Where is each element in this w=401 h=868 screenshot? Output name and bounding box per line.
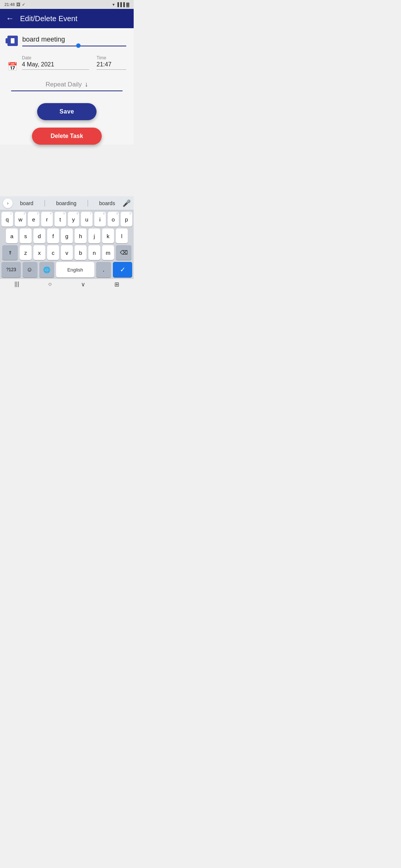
period-key[interactable]: .	[96, 262, 111, 277]
divider-2	[88, 200, 88, 207]
key-l[interactable]: l	[116, 228, 128, 243]
suggestions-words: board boarding boards	[13, 200, 123, 207]
check-key[interactable]: ✓	[113, 262, 132, 277]
key-row-3: ⇑ z x c v b n m ⌫	[1, 245, 132, 260]
mic-button[interactable]: 🎤	[123, 199, 131, 207]
globe-key[interactable]: 🌐	[39, 262, 54, 277]
suggestion-2[interactable]: boarding	[52, 200, 80, 206]
key-s[interactable]: s	[20, 228, 32, 243]
key-j[interactable]: j	[88, 228, 100, 243]
key-u[interactable]: u7	[81, 212, 92, 227]
date-field[interactable]: Date 4 May, 2021	[22, 55, 89, 70]
repeat-dropdown[interactable]: Repeat Daily ↓	[11, 80, 123, 91]
save-button[interactable]: Save	[37, 103, 96, 120]
battery-icon: ▓	[126, 2, 129, 7]
key-t[interactable]: t5	[55, 212, 66, 227]
key-x[interactable]: x	[33, 245, 45, 260]
time-field[interactable]: Time 21:47	[97, 55, 126, 70]
key-k[interactable]: k	[102, 228, 114, 243]
calendar-icon: 📅	[7, 62, 17, 72]
suggestions-expand-button[interactable]: ›	[3, 198, 13, 208]
back-button[interactable]: ←	[6, 14, 14, 23]
key-f[interactable]: f	[47, 228, 59, 243]
key-row-4: ?123 ☺, 🌐 English . ✓	[1, 262, 132, 277]
key-p[interactable]: p0	[121, 212, 132, 227]
key-b[interactable]: b	[75, 245, 87, 260]
backspace-key[interactable]: ⌫	[116, 245, 131, 260]
key-row-1: q1 w2 e3 r4 t5 y6 u7 i8 o9 p0	[1, 212, 132, 227]
time-value: 21:47	[97, 61, 126, 68]
key-d[interactable]: d	[33, 228, 45, 243]
event-name-field[interactable]	[22, 36, 126, 46]
num-sym-key[interactable]: ?123	[1, 262, 21, 277]
event-name-input[interactable]	[22, 36, 126, 43]
signal-icon: ▐▐▐	[116, 2, 125, 7]
button-area: Save Delete Task	[7, 103, 126, 145]
datetime-row: 📅 Date 4 May, 2021 Time 21:47	[7, 55, 126, 72]
nav-bar: ||| ○ ∨ ⊞	[0, 279, 134, 289]
wifi-icon: ▾	[113, 2, 115, 7]
date-label: Date	[22, 55, 89, 60]
form-content: 📅 Date 4 May, 2021 Time 21:47 Repeat Dai…	[0, 28, 134, 145]
status-bar: 21:48 🖼 ✓ ▾ ▐▐▐ ▓	[0, 0, 134, 9]
nav-menu-button[interactable]: |||	[14, 281, 19, 287]
key-c[interactable]: c	[47, 245, 59, 260]
event-name-row	[7, 36, 126, 48]
app-bar-title: Edit/Delete Event	[20, 14, 78, 23]
key-y[interactable]: y6	[68, 212, 79, 227]
key-q[interactable]: q1	[1, 212, 13, 227]
key-g[interactable]: g	[61, 228, 73, 243]
status-time: 21:48	[4, 2, 15, 7]
check-icon: ✓	[22, 2, 25, 7]
key-rows: q1 w2 e3 r4 t5 y6 u7 i8 o9 p0 a s d f g …	[0, 210, 134, 279]
delete-button[interactable]: Delete Task	[32, 128, 102, 145]
key-z[interactable]: z	[20, 245, 32, 260]
key-e[interactable]: e3	[28, 212, 39, 227]
key-i[interactable]: i8	[94, 212, 106, 227]
keyboard: › board boarding boards 🎤 q1 w2 e3 r4 t5…	[0, 196, 134, 279]
space-key[interactable]: English	[56, 262, 94, 277]
key-n[interactable]: n	[88, 245, 100, 260]
photo-icon: 🖼	[16, 2, 20, 7]
key-a[interactable]: a	[6, 228, 18, 243]
divider-1	[45, 200, 45, 207]
suggestions-row: › board boarding boards 🎤	[0, 196, 134, 210]
key-row-2: a s d f g h j k l	[1, 228, 132, 243]
shift-key[interactable]: ⇑	[2, 245, 18, 260]
emoji-key[interactable]: ☺,	[23, 262, 38, 277]
time-label: Time	[97, 55, 126, 60]
key-h[interactable]: h	[75, 228, 87, 243]
app-bar: ← Edit/Delete Event	[0, 9, 134, 28]
key-w[interactable]: w2	[15, 212, 26, 227]
repeat-label: Repeat Daily	[46, 81, 82, 88]
repeat-arrow-icon: ↓	[85, 80, 88, 88]
suggestion-3[interactable]: boards	[95, 200, 119, 206]
event-icon	[7, 36, 18, 46]
nav-grid-button[interactable]: ⊞	[114, 281, 119, 288]
date-value: 4 May, 2021	[22, 61, 89, 68]
nav-home-button[interactable]: ○	[48, 281, 52, 287]
suggestion-1[interactable]: board	[16, 200, 37, 206]
key-m[interactable]: m	[102, 245, 114, 260]
key-r[interactable]: r4	[41, 212, 53, 227]
text-cursor	[76, 43, 81, 48]
datetime-fields: Date 4 May, 2021 Time 21:47	[22, 55, 126, 70]
key-o[interactable]: o9	[108, 212, 119, 227]
key-v[interactable]: v	[61, 245, 73, 260]
nav-back-button[interactable]: ∨	[81, 281, 85, 288]
